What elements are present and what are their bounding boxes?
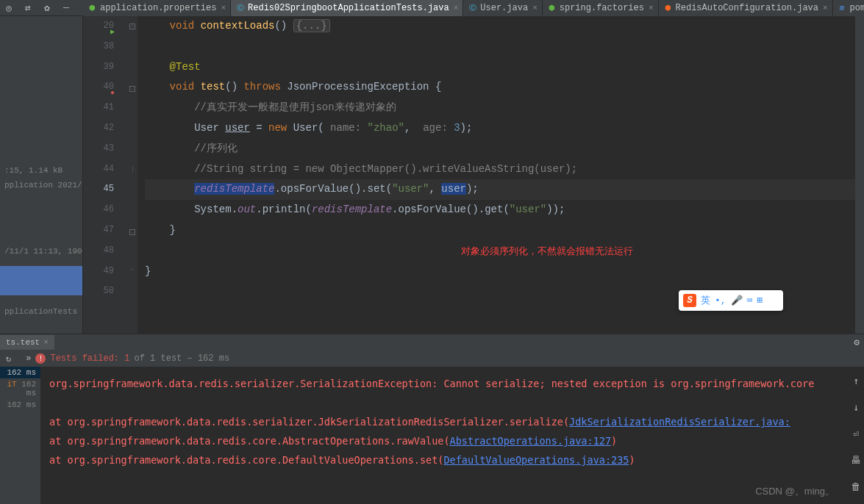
- gutter-line: 48: [83, 241, 114, 262]
- ime-mic-icon[interactable]: 🎤: [731, 295, 743, 306]
- tab-label: RedisAutoConfiguration.java: [676, 3, 818, 13]
- fold-icon[interactable]: -: [129, 229, 135, 235]
- file-icon: ⬢: [547, 4, 557, 13]
- watermark: CSDN @。ming。: [755, 485, 835, 498]
- test-tree-item[interactable]: 162 ms: [0, 399, 40, 411]
- gutter-line: 44: [83, 159, 114, 180]
- tab-label: spring.factories: [560, 3, 644, 13]
- console-line: at org.springframework.data.redis.serial…: [49, 412, 855, 431]
- sidebar-item[interactable]: [0, 266, 82, 295]
- editor-tabs: ⬢ application.properties × Ⓒ Redis02Spri…: [83, 0, 864, 16]
- ime-menu-icon[interactable]: ⊞: [757, 295, 763, 306]
- tab-label: User.java: [480, 3, 528, 13]
- gutter-line: 39: [83, 57, 114, 78]
- sidebar-item[interactable]: /11/1 11:13, 190 B: [0, 244, 82, 259]
- ime-logo-icon: S: [683, 294, 696, 307]
- target-icon[interactable]: ◎: [3, 2, 15, 14]
- close-icon[interactable]: ×: [823, 4, 828, 12]
- settings-icon[interactable]: ✿: [41, 2, 53, 14]
- maven-icon: m: [838, 4, 847, 13]
- close-icon[interactable]: ×: [532, 4, 538, 12]
- console-line: at org.springframework.data.redis.core.D…: [49, 450, 855, 469]
- expand-icon[interactable]: ⇄: [22, 2, 34, 14]
- up-icon[interactable]: ↑: [853, 371, 859, 390]
- trash-icon[interactable]: 🗑: [851, 477, 861, 496]
- fold-line: │: [129, 167, 135, 173]
- gutter-line: 46: [83, 200, 114, 220]
- gutter-line: 43: [83, 139, 114, 159]
- panel-tab-label: ts.test: [6, 338, 40, 347]
- close-icon[interactable]: ×: [221, 4, 226, 12]
- test-status: ↻ » ! Tests failed: 1 of 1 test – 162 ms: [0, 350, 864, 367]
- console-line: at org.springframework.data.redis.core.A…: [49, 431, 855, 450]
- ime-punct-icon[interactable]: •,: [715, 295, 726, 306]
- wrap-icon[interactable]: ⏎: [853, 424, 859, 443]
- ime-keyboard-icon[interactable]: ⌨: [747, 295, 753, 306]
- gutter-line: 42: [83, 118, 114, 139]
- gutter-line-current: 45: [83, 179, 114, 200]
- test-status-text: Tests failed: 1: [50, 353, 129, 364]
- stack-link[interactable]: DefaultValueOperations.java:235: [443, 454, 629, 466]
- stack-link[interactable]: JdkSerializationRedisSerializer.java:: [569, 416, 790, 428]
- expand-icon[interactable]: »: [26, 353, 31, 364]
- fail-icon: !: [35, 353, 46, 364]
- file-icon: ⬢: [88, 4, 97, 13]
- test-tree-item[interactable]: 162 ms: [0, 367, 40, 378]
- down-icon[interactable]: ↓: [853, 397, 859, 417]
- tab-label: Redis02SpringbootApplicationTests.java: [248, 3, 449, 13]
- close-icon[interactable]: ×: [454, 4, 459, 12]
- file-icon: ⬢: [663, 4, 673, 13]
- console-line: org.springframework.data.redis.serialize…: [49, 374, 855, 393]
- tab-tests[interactable]: Ⓒ Redis02SpringbootApplicationTests.java…: [231, 0, 463, 16]
- tab-label: application.properties: [100, 3, 216, 13]
- tab-user[interactable]: Ⓒ User.java ×: [463, 0, 542, 16]
- close-icon[interactable]: ×: [43, 338, 49, 347]
- console-line: [49, 393, 855, 412]
- gear-icon[interactable]: ⚙: [854, 336, 860, 348]
- tab-factories[interactable]: ⬢ spring.factories ×: [543, 0, 659, 16]
- gutter-line: 50: [83, 281, 114, 302]
- close-icon[interactable]: ×: [649, 4, 654, 12]
- tab-label: pom.xml: [850, 3, 864, 13]
- history-icon[interactable]: ↻: [6, 353, 11, 364]
- fold-icon[interactable]: -: [129, 86, 135, 92]
- console-toolbar: ↑ ↓ ⏎ 🖶 🗑 »: [848, 367, 864, 504]
- ime-toolbar[interactable]: S 英 •, 🎤 ⌨ ⊞: [679, 290, 783, 311]
- sidebar-item[interactable]: pplicationTests 202: [0, 304, 82, 319]
- gutter-line: 38: [83, 37, 114, 57]
- gutter-line: 47: [83, 220, 114, 241]
- fold-line: ⌐: [129, 267, 135, 273]
- ime-lang[interactable]: 英: [701, 294, 710, 307]
- fold-icon[interactable]: +: [129, 24, 135, 29]
- gutter-line: 20▶: [83, 16, 114, 37]
- gutter-line: 49: [83, 262, 114, 282]
- class-icon: Ⓒ: [468, 4, 477, 13]
- print-icon[interactable]: 🖶: [851, 450, 861, 469]
- panel-tab[interactable]: ts.test ×: [0, 335, 54, 350]
- test-tree[interactable]: 162 ms iT 162 ms 162 ms: [0, 367, 40, 504]
- tab-pom[interactable]: m pom.xml ×: [833, 0, 864, 16]
- test-status-detail: of 1 test – 162 ms: [134, 353, 229, 364]
- tab-properties[interactable]: ⬢ application.properties ×: [83, 0, 231, 16]
- tab-autoconf[interactable]: ⬢ RedisAutoConfiguration.java ×: [659, 0, 833, 16]
- gutter-line: 41: [83, 98, 114, 118]
- test-body: 162 ms iT 162 ms 162 ms org.springframew…: [0, 367, 864, 504]
- collapse-icon[interactable]: —: [60, 2, 72, 14]
- panel-tabs: ts.test × ⚙: [0, 334, 864, 350]
- class-icon: Ⓒ: [235, 4, 245, 13]
- gutter-line: 40●: [83, 77, 114, 98]
- console-output[interactable]: org.springframework.data.redis.serialize…: [40, 367, 864, 504]
- annotation-text: 对象必须序列化，不然就会报错无法运行: [461, 241, 633, 262]
- stack-link[interactable]: AbstractOperations.java:127: [450, 435, 611, 447]
- sidebar-item[interactable]: :15, 1.14 kB: [0, 163, 82, 178]
- run-panel: ts.test × ⚙ ↻ » ! Tests failed: 1 of 1 t…: [0, 334, 864, 504]
- test-tree-item[interactable]: iT 162 ms: [0, 378, 40, 399]
- sidebar-item[interactable]: pplication 2021/11/: [0, 178, 82, 192]
